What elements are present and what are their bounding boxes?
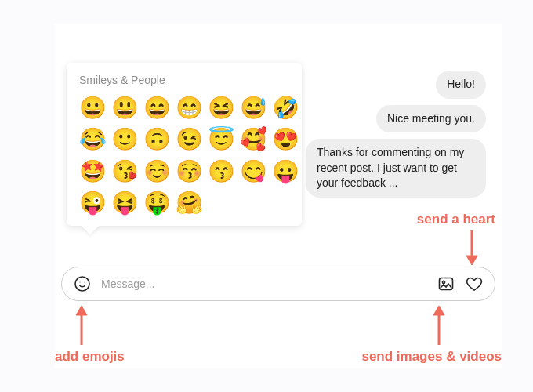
emoji-cell[interactable]: 😅 bbox=[240, 94, 267, 122]
emoji-cell[interactable]: 😛 bbox=[272, 158, 299, 186]
smiley-icon bbox=[73, 274, 92, 293]
emoji-cell[interactable]: 😀 bbox=[79, 94, 107, 122]
emoji-cell[interactable]: 😉 bbox=[176, 125, 203, 154]
message-input[interactable] bbox=[100, 277, 429, 291]
message-composer bbox=[61, 267, 495, 301]
emoji-cell[interactable]: 😘 bbox=[111, 158, 139, 186]
message-bubble: Nice meeting you. bbox=[376, 105, 486, 133]
emoji-cell[interactable]: 🤑 bbox=[143, 189, 171, 217]
emoji-picker[interactable]: Smileys & People 😀😃😄😁😆😅🤣😂🙂🙃😉😇🥰😍🤩😘☺️😚😙😋😛😜… bbox=[67, 63, 302, 226]
emoji-cell[interactable]: 😂 bbox=[79, 125, 107, 154]
svg-point-2 bbox=[85, 282, 85, 283]
chat-panel: Hello! Nice meeting you. Thanks for comm… bbox=[55, 24, 502, 368]
emoji-cell[interactable]: 🙂 bbox=[111, 125, 139, 154]
annotation-arrow-up bbox=[431, 306, 447, 345]
emoji-grid: 😀😃😄😁😆😅🤣😂🙂🙃😉😇🥰😍🤩😘☺️😚😙😋😛😜😝🤑🤗 bbox=[79, 94, 289, 218]
emoji-cell[interactable]: 🥰 bbox=[240, 125, 267, 154]
emoji-cell[interactable]: 😚 bbox=[176, 158, 203, 186]
emoji-cell[interactable]: 😃 bbox=[111, 94, 139, 122]
emoji-cell[interactable]: 😜 bbox=[79, 189, 107, 217]
emoji-cell[interactable]: 😆 bbox=[208, 94, 235, 122]
image-button[interactable] bbox=[437, 274, 455, 293]
emoji-cell[interactable]: 🤗 bbox=[176, 189, 203, 217]
image-icon bbox=[437, 274, 455, 293]
emoji-cell[interactable]: 😍 bbox=[272, 125, 299, 154]
annotation-emoji-label: add emojis bbox=[55, 349, 125, 365]
emoji-cell[interactable]: 😇 bbox=[208, 125, 235, 154]
emoji-cell[interactable]: 🤩 bbox=[79, 158, 107, 186]
emoji-cell[interactable]: 😄 bbox=[143, 94, 171, 122]
emoji-button[interactable] bbox=[73, 274, 92, 293]
emoji-picker-title: Smileys & People bbox=[79, 74, 289, 86]
emoji-cell[interactable]: ☺️ bbox=[143, 158, 171, 186]
svg-point-4 bbox=[442, 281, 444, 283]
message-bubble: Thanks for commenting on my recent post.… bbox=[306, 139, 486, 198]
heart-button[interactable] bbox=[465, 274, 484, 293]
svg-marker-6 bbox=[466, 256, 477, 265]
svg-point-1 bbox=[80, 282, 81, 283]
emoji-cell[interactable]: 😙 bbox=[208, 158, 235, 186]
annotation-image-label: send images & videos bbox=[361, 349, 502, 365]
emoji-cell[interactable]: 😁 bbox=[176, 94, 203, 122]
message-list: Hello! Nice meeting you. Thanks for comm… bbox=[306, 71, 486, 198]
emoji-cell[interactable]: 😝 bbox=[111, 189, 139, 217]
svg-rect-3 bbox=[440, 278, 453, 290]
heart-icon bbox=[465, 274, 484, 293]
message-bubble: Hello! bbox=[436, 71, 486, 99]
annotation-arrow-up bbox=[74, 306, 89, 345]
emoji-cell[interactable]: 🙃 bbox=[143, 125, 171, 154]
annotation-heart-label: send a heart bbox=[417, 212, 495, 227]
annotation-arrow-down bbox=[464, 229, 480, 265]
emoji-picker-tail bbox=[82, 216, 100, 234]
emoji-cell[interactable]: 🤣 bbox=[272, 94, 299, 122]
svg-point-0 bbox=[75, 277, 89, 291]
emoji-cell[interactable]: 😋 bbox=[240, 158, 267, 186]
